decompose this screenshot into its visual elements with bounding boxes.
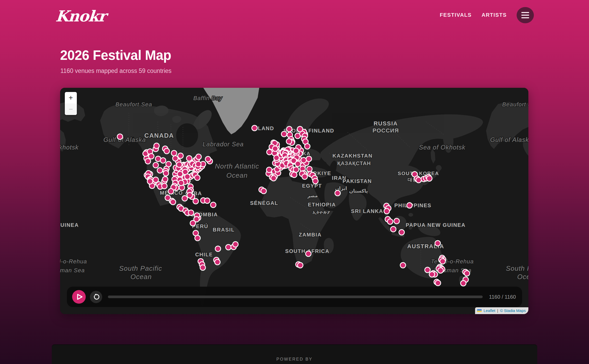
venue-dot[interactable] bbox=[149, 154, 154, 159]
venue-dot[interactable] bbox=[178, 153, 183, 159]
venue-dot[interactable] bbox=[297, 126, 303, 132]
venue-dot[interactable] bbox=[271, 176, 276, 181]
venue-dot[interactable] bbox=[435, 280, 441, 286]
header: Knokr FESTIVALS ARTISTS bbox=[0, 0, 589, 30]
venue-dot[interactable] bbox=[301, 158, 307, 163]
venue-dot[interactable] bbox=[196, 154, 201, 160]
zoom-out-button[interactable]: − bbox=[65, 103, 77, 115]
venue-dot[interactable] bbox=[188, 210, 194, 216]
page-subtitle: 1160 venues mapped across 59 countries bbox=[60, 67, 171, 74]
venue-dot[interactable] bbox=[388, 219, 393, 224]
venue-dot[interactable] bbox=[164, 148, 170, 154]
venue-dot[interactable] bbox=[292, 172, 297, 178]
reset-icon bbox=[93, 293, 100, 300]
venue-dot[interactable] bbox=[163, 171, 169, 176]
nav-festivals[interactable]: FESTIVALS bbox=[440, 12, 472, 18]
venue-dot[interactable] bbox=[302, 174, 308, 180]
venue-dot[interactable] bbox=[261, 188, 267, 194]
venue-dot[interactable] bbox=[187, 193, 193, 198]
page-title: 2026 Festival Map bbox=[60, 48, 171, 63]
venue-dot[interactable] bbox=[205, 198, 210, 204]
venue-dot[interactable] bbox=[162, 183, 167, 189]
venue-dot[interactable] bbox=[154, 143, 159, 149]
venue-dot[interactable] bbox=[416, 177, 421, 183]
venue-dot[interactable] bbox=[307, 166, 312, 172]
venue-dot[interactable] bbox=[286, 139, 292, 144]
venue-dot[interactable] bbox=[425, 267, 430, 273]
venue-dot[interactable] bbox=[252, 125, 257, 131]
venue-dot[interactable] bbox=[173, 156, 178, 161]
stadia-maps-link[interactable]: © Stadia Maps bbox=[500, 308, 526, 313]
venue-dot[interactable] bbox=[153, 163, 159, 168]
venue-dot[interactable] bbox=[211, 202, 216, 208]
venue-dot[interactable] bbox=[168, 189, 174, 194]
venue-dot[interactable] bbox=[391, 227, 396, 232]
zoom-in-button[interactable]: + bbox=[65, 92, 77, 103]
venue-dot[interactable] bbox=[215, 259, 220, 265]
map-label: CANADA bbox=[144, 132, 174, 139]
leaflet-link[interactable]: Leaflet bbox=[483, 308, 495, 313]
venue-dot[interactable] bbox=[461, 281, 466, 286]
venue-dot[interactable] bbox=[187, 156, 192, 161]
hamburger-menu-button[interactable] bbox=[517, 7, 534, 23]
world-map-svg[interactable]: Beaufort SeaBaffin BayGulf of AlaskaLabr… bbox=[60, 88, 528, 314]
venue-dot[interactable] bbox=[384, 209, 390, 214]
play-button[interactable] bbox=[72, 290, 86, 304]
venue-dot[interactable] bbox=[400, 263, 406, 268]
ukraine-flag-icon bbox=[477, 309, 482, 312]
venue-dot[interactable] bbox=[226, 245, 231, 250]
venue-dot[interactable] bbox=[281, 131, 287, 137]
venue-dot[interactable] bbox=[274, 155, 279, 161]
venue-dot[interactable] bbox=[145, 159, 151, 164]
map-label: ኢትዮጵያ bbox=[313, 210, 330, 215]
venue-dot[interactable] bbox=[293, 148, 299, 154]
venue-dot[interactable] bbox=[196, 161, 201, 167]
venue-dot[interactable] bbox=[147, 179, 153, 184]
venue-dot[interactable] bbox=[298, 263, 303, 268]
venue-dot[interactable] bbox=[205, 157, 211, 162]
venue-dot[interactable] bbox=[195, 235, 200, 241]
venue-dot[interactable] bbox=[171, 151, 177, 156]
venue-dot[interactable] bbox=[429, 272, 435, 277]
venue-dot[interactable] bbox=[464, 271, 470, 276]
venue-dot[interactable] bbox=[157, 168, 163, 173]
venue-dot[interactable] bbox=[440, 259, 446, 264]
nav-artists[interactable]: ARTISTS bbox=[482, 12, 507, 18]
venue-dot[interactable] bbox=[117, 134, 123, 140]
venue-dot[interactable] bbox=[287, 126, 292, 132]
map-label: Gulf of Alaska bbox=[103, 136, 146, 143]
venue-dot[interactable] bbox=[435, 241, 441, 246]
venue-dot[interactable] bbox=[160, 158, 166, 163]
venue-dot[interactable] bbox=[215, 246, 221, 252]
venue-dot[interactable] bbox=[335, 190, 340, 196]
venue-dot[interactable] bbox=[195, 175, 200, 181]
venue-dot[interactable] bbox=[178, 180, 184, 186]
venue-dot[interactable] bbox=[163, 177, 168, 182]
venue-dot[interactable] bbox=[170, 199, 176, 205]
venue-dot[interactable] bbox=[233, 242, 238, 247]
venue-dot[interactable] bbox=[185, 174, 190, 180]
venue-dot[interactable] bbox=[267, 149, 272, 155]
venue-dot[interactable] bbox=[394, 218, 400, 224]
venue-dot[interactable] bbox=[306, 251, 311, 257]
venue-dot[interactable] bbox=[438, 268, 443, 273]
venue-dot[interactable] bbox=[407, 203, 412, 208]
logo[interactable]: Knokr bbox=[55, 7, 107, 25]
venue-dot[interactable] bbox=[399, 230, 405, 235]
venue-dot[interactable] bbox=[182, 196, 188, 201]
venue-dot[interactable] bbox=[306, 156, 312, 162]
venue-dot[interactable] bbox=[267, 167, 272, 173]
venue-dot[interactable] bbox=[295, 161, 301, 167]
venue-dot[interactable] bbox=[200, 265, 206, 270]
timeline-slider[interactable] bbox=[108, 296, 483, 298]
venue-dot[interactable] bbox=[190, 221, 196, 226]
venue-dot[interactable] bbox=[313, 178, 318, 184]
venue-dot[interactable] bbox=[305, 144, 310, 149]
venue-dot[interactable] bbox=[177, 162, 182, 167]
venue-dot[interactable] bbox=[427, 176, 432, 181]
festival-map[interactable]: Beaufort SeaBaffin BayGulf of AlaskaLabr… bbox=[60, 88, 528, 314]
reset-button[interactable] bbox=[90, 291, 102, 303]
map-label: Ocean bbox=[517, 273, 528, 281]
venue-dot[interactable] bbox=[193, 199, 199, 204]
venue-dot[interactable] bbox=[273, 146, 278, 152]
